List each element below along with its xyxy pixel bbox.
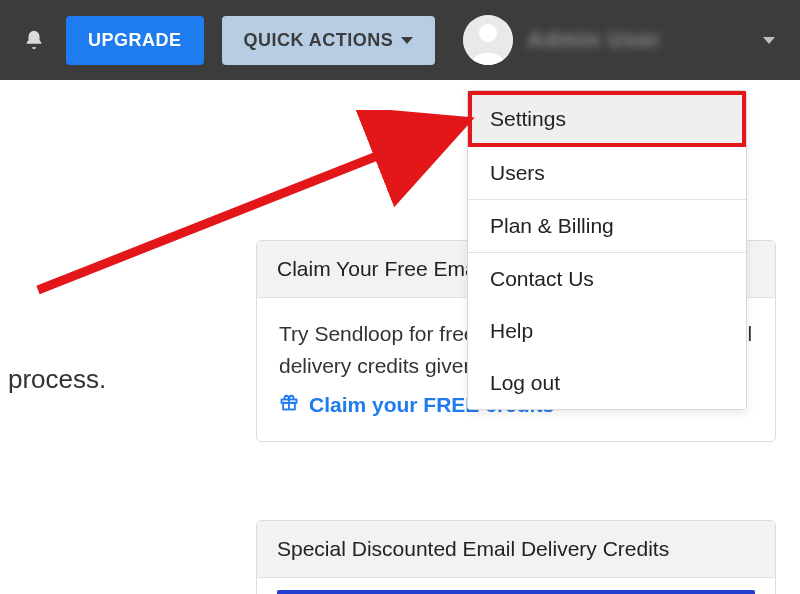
caret-down-icon [401,37,413,44]
dropdown-item-label: Users [490,161,545,184]
user-menu-trigger[interactable]: Admin User [463,15,660,65]
notifications-bell-icon[interactable] [20,26,48,54]
quick-actions-label: QUICK ACTIONS [244,30,394,51]
side-text-fragment: process. [8,364,106,395]
dropdown-item-users[interactable]: Users [468,147,746,199]
card-header: Special Discounted Email Delivery Credit… [257,521,775,578]
dropdown-item-label: Plan & Billing [490,214,614,237]
dropdown-item-settings[interactable]: Settings [468,91,746,147]
topbar: UPGRADE QUICK ACTIONS Admin User [0,0,800,80]
dropdown-item-contact-us[interactable]: Contact Us [468,253,746,305]
username-label: Admin User [527,27,660,53]
dropdown-item-label: Help [490,319,533,342]
avatar [463,15,513,65]
promo-banner-image [277,590,755,594]
dropdown-item-label: Settings [490,107,566,130]
caret-down-icon [763,37,775,44]
dropdown-item-plan-billing[interactable]: Plan & Billing [468,200,746,252]
dropdown-item-help[interactable]: Help [468,305,746,357]
upgrade-button[interactable]: UPGRADE [66,16,204,65]
gift-icon [279,389,299,421]
quick-actions-button[interactable]: QUICK ACTIONS [222,16,436,65]
dropdown-item-label: Contact Us [490,267,594,290]
svg-point-1 [479,24,497,42]
card-discounted-credits: Special Discounted Email Delivery Credit… [256,520,776,594]
dropdown-item-label: Log out [490,371,560,394]
upgrade-label: UPGRADE [88,30,182,51]
user-dropdown-menu: Settings Users Plan & Billing Contact Us… [467,90,747,410]
dropdown-item-logout[interactable]: Log out [468,357,746,409]
